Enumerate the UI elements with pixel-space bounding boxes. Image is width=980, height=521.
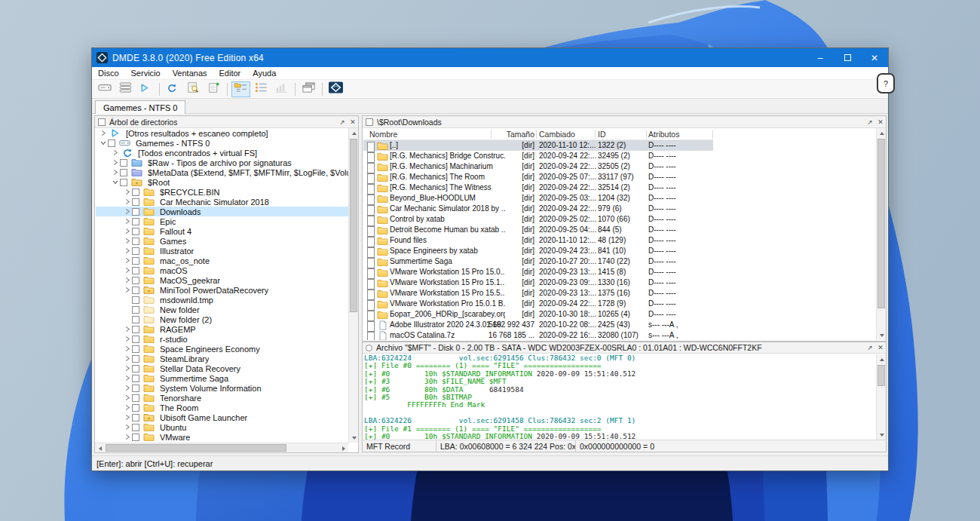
tree-item-the-room[interactable]: The Room — [96, 403, 348, 412]
chevron-right-icon[interactable] — [124, 345, 130, 352]
chevron-right-icon[interactable] — [124, 404, 130, 411]
chevron-right-icon[interactable] — [124, 287, 130, 293]
menu-ayuda[interactable]: Ayuda — [247, 67, 282, 79]
file-row-2006-hdrip-scarabey-org[interactable]: Борат_2006_HDRip_[scarabey.org][dir]2020… — [363, 309, 713, 320]
menu-disco[interactable]: Disco — [92, 67, 125, 79]
file-row-r-g-mechanics-machinarium[interactable]: [R.G. Mechanics] Machinarium[dir]2020-09… — [363, 161, 713, 172]
scroll-down-icon[interactable] — [880, 334, 884, 337]
tab-gamemes-ntfs0[interactable]: Gamemes - NTFS 0 — [95, 100, 185, 114]
tree-item-vmware[interactable]: VMware — [96, 432, 348, 442]
tree-item-ubisoft-game-launcher[interactable]: Ubisoft Game Launcher — [96, 412, 348, 422]
files-panel-checkbox[interactable] — [366, 118, 373, 126]
chevron-right-icon[interactable] — [112, 149, 118, 156]
scroll-up-icon[interactable] — [352, 132, 357, 135]
chevron-right-icon[interactable] — [124, 218, 130, 225]
close-button[interactable]: ✕ — [861, 48, 888, 67]
column-header-atributos[interactable]: Atributos — [648, 128, 679, 140]
chevron-right-icon[interactable] — [124, 336, 130, 342]
chevron-right-icon[interactable] — [112, 159, 118, 166]
files-column-header[interactable]: NombreTamañoCambiadoIDAtributos — [363, 128, 713, 140]
file-row-summertime-saga[interactable]: Summertime Saga[dir]2020-10-27 20:...174… — [363, 256, 713, 267]
tree-item-checkbox[interactable] — [132, 345, 139, 353]
scroll-down-icon[interactable] — [352, 437, 357, 440]
tree-item-checkbox[interactable] — [132, 365, 139, 372]
column-header-nombre[interactable]: Nombre — [369, 128, 397, 140]
tree-item-checkbox[interactable] — [132, 188, 139, 196]
tree-item-macos-geekrar[interactable]: MacOS_geekrar — [96, 275, 348, 285]
file-row-macos-catalina-7z[interactable]: macOS Catalina.7z16 768 185 ...2020-09-2… — [363, 330, 713, 340]
tree-item-gamemes-ntfs-0[interactable]: Gamemes - NTFS 0 — [96, 138, 348, 148]
chevron-right-icon[interactable] — [124, 188, 130, 195]
tree-item-checkbox[interactable] — [132, 247, 139, 255]
scroll-down-icon[interactable] — [880, 434, 884, 437]
view-hex-button[interactable] — [272, 81, 291, 97]
hex-vscroll-thumb[interactable] — [877, 365, 885, 386]
menu-servicio[interactable]: Servicio — [125, 67, 167, 79]
tree-item-checkbox[interactable] — [132, 394, 139, 402]
chevron-down-icon[interactable] — [112, 179, 118, 185]
chevron-right-icon[interactable] — [124, 355, 130, 362]
popout-icon[interactable]: ↗ — [865, 117, 875, 127]
column-header-id[interactable]: ID — [598, 128, 606, 140]
file-row-r-g-mechanics-the-witness[interactable]: [R.G. Mechanics] The Witness[dir]2020-09… — [363, 182, 713, 193]
scroll-up-icon[interactable] — [880, 132, 884, 135]
tree-item-checkbox[interactable] — [132, 326, 139, 333]
tree-vscroll-thumb[interactable] — [350, 139, 357, 312]
chevron-right-icon[interactable] — [124, 375, 130, 382]
file-row-adobe-illustrator-2020-24-3-0-569[interactable]: Adobe Illustrator 2020 24.3.0.569 ...1 1… — [363, 320, 713, 330]
file-row-beyond-blue-hoodlum[interactable]: Beyond_Blue-HOODLUM[dir]2020-09-25 03:..… — [363, 193, 713, 204]
tree-item-checkbox[interactable] — [132, 316, 139, 323]
tree-item-checkbox[interactable] — [132, 198, 139, 206]
maximize-button[interactable] — [834, 48, 861, 67]
tree-item-space-engineers-economy[interactable]: Space Engineers Economy — [96, 344, 348, 354]
tree-item-ragemp[interactable]: RAGEMP — [96, 324, 348, 334]
view-list-button[interactable] — [252, 81, 271, 97]
tree-item-checkbox[interactable] — [132, 375, 139, 382]
tree-item-mac-os-note[interactable]: mac_os_note — [96, 256, 348, 265]
view-tree-button[interactable] — [231, 81, 250, 97]
tree-hscroll-thumb[interactable] — [106, 444, 286, 452]
tree-item-tenorshare[interactable]: Tenorshare — [96, 393, 348, 403]
popout-icon[interactable]: ↗ — [865, 342, 875, 353]
chevron-right-icon[interactable] — [124, 385, 130, 391]
file-row-checkbox[interactable] — [367, 332, 375, 340]
tree-item-checkbox[interactable] — [132, 287, 139, 294]
chevron-right-icon[interactable] — [124, 247, 130, 254]
tree-item-checkbox[interactable] — [132, 414, 139, 421]
file-row-vmware-workstation-15-pro-15-0[interactable]: VMware Workstation 15 Pro 15.0....[dir]2… — [363, 267, 713, 277]
chevron-right-icon[interactable] — [124, 414, 130, 421]
menu-ventanas[interactable]: Ventanas — [167, 67, 213, 79]
scroll-up-icon[interactable] — [880, 358, 884, 361]
file-row-r-g-mechanics-the-room[interactable]: [R.G. Mechanics] The Room[dir]2020-09-25… — [363, 172, 713, 182]
file-row-space-engineers-by-xatab[interactable]: Space Engineers by xatab[dir]2020-09-24 … — [363, 246, 713, 256]
tree-item-checkbox[interactable] — [108, 139, 115, 147]
tree-item-checkbox[interactable] — [132, 424, 139, 431]
tree-item-stellar-data-recovery[interactable]: Stellar Data Recovery — [96, 363, 348, 373]
file-row-car-mechanic-simulator-2018-by[interactable]: Car Mechanic Simulator 2018 by ...[dir]2… — [363, 204, 713, 214]
tree-item-downloads[interactable]: Downloads — [96, 207, 348, 216]
tree-item-car-mechanic-simulator-2018[interactable]: Car Mechanic Simulator 2018 — [96, 197, 348, 207]
tree-item-macos[interactable]: macOS — [96, 265, 348, 275]
close-panel-icon[interactable]: ✕ — [875, 117, 886, 127]
chevron-right-icon[interactable] — [124, 198, 130, 205]
file-row-r-g-mechanics-bridge-construc[interactable]: [R.G. Mechanics] Bridge Construc...[dir]… — [363, 151, 713, 161]
new-scan-button[interactable] — [204, 81, 223, 97]
scan-preview-button[interactable] — [184, 81, 203, 97]
tree-item-checkbox[interactable] — [132, 267, 139, 274]
chevron-right-icon[interactable] — [124, 238, 130, 244]
partitions-button[interactable] — [116, 81, 135, 97]
file-row-vmware-workstation-pro-15-0-1-b[interactable]: VMware Workstation Pro 15.0.1 B...[dir]2… — [363, 299, 713, 309]
tree-item-checkbox[interactable] — [132, 238, 139, 245]
file-row-vmware-workstation-15-pro-15-1[interactable]: VMware Workstation 15 Pro 15.1....[dir]2… — [363, 277, 713, 288]
chevron-right-icon[interactable] — [124, 277, 130, 283]
help-handle[interactable]: ? — [877, 73, 895, 93]
tree-item-epic[interactable]: Epic — [96, 216, 348, 226]
chevron-right-icon[interactable] — [124, 228, 130, 234]
chevron-right-icon[interactable] — [112, 169, 118, 176]
tree-item-msdownld-tmp[interactable]: msdownld.tmp — [96, 295, 348, 305]
file-row-vmware-workstation-15-pro-15-5[interactable]: VMware Workstation 15 Pro 15.5....[dir]2… — [363, 288, 713, 299]
tree-horizontal-scrollbar[interactable] — [95, 443, 348, 452]
tree-item-checkbox[interactable] — [132, 277, 139, 284]
chevron-down-icon[interactable] — [100, 139, 106, 146]
tree-item-recycle-bin[interactable]: $RECYCLE.BIN — [96, 187, 348, 197]
